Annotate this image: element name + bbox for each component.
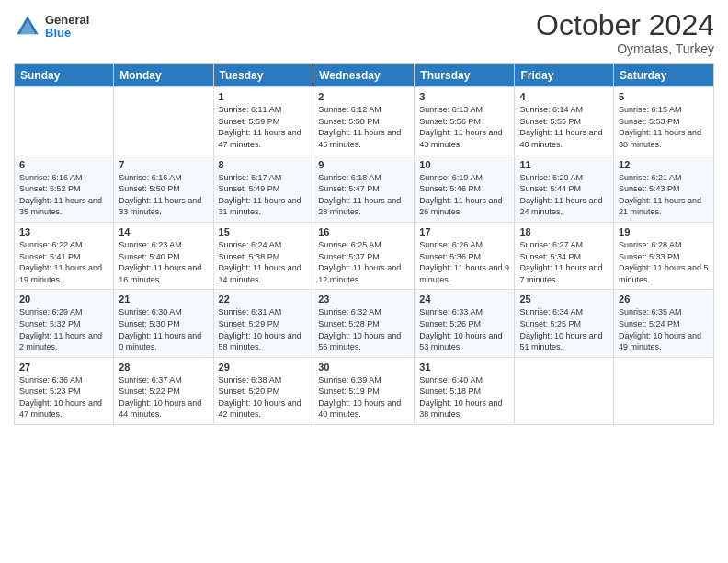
day-detail: Sunrise: 6:14 AMSunset: 5:55 PMDaylight:… [519, 104, 609, 150]
day-number: 10 [419, 159, 509, 170]
day-cell: 15Sunrise: 6:24 AMSunset: 5:38 PMDayligh… [213, 222, 313, 289]
day-cell: 27Sunrise: 6:36 AMSunset: 5:23 PMDayligh… [15, 357, 114, 424]
col-header-saturday: Saturday [614, 64, 714, 87]
day-detail: Sunrise: 6:24 AMSunset: 5:38 PMDaylight:… [219, 239, 309, 285]
day-detail: Sunrise: 6:15 AMSunset: 5:53 PMDaylight:… [619, 104, 709, 150]
day-cell: 18Sunrise: 6:27 AMSunset: 5:34 PMDayligh… [515, 222, 614, 289]
day-number: 18 [519, 226, 609, 237]
day-detail: Sunrise: 6:23 AMSunset: 5:40 PMDaylight:… [119, 239, 208, 285]
day-detail: Sunrise: 6:26 AMSunset: 5:36 PMDaylight:… [419, 239, 509, 285]
day-detail: Sunrise: 6:40 AMSunset: 5:18 PMDaylight:… [419, 374, 509, 420]
day-cell: 30Sunrise: 6:39 AMSunset: 5:19 PMDayligh… [313, 357, 415, 424]
day-cell: 10Sunrise: 6:19 AMSunset: 5:46 PMDayligh… [415, 155, 515, 222]
day-cell: 21Sunrise: 6:30 AMSunset: 5:30 PMDayligh… [114, 290, 213, 357]
logo-text: General Blue [45, 14, 89, 40]
day-detail: Sunrise: 6:18 AMSunset: 5:47 PMDaylight:… [318, 172, 409, 218]
logo-blue: Blue [45, 27, 89, 40]
day-cell [114, 87, 213, 155]
day-detail: Sunrise: 6:27 AMSunset: 5:34 PMDaylight:… [519, 239, 609, 285]
day-detail: Sunrise: 6:34 AMSunset: 5:25 PMDaylight:… [519, 306, 609, 352]
calendar-table: SundayMondayTuesdayWednesdayThursdayFrid… [14, 63, 714, 425]
day-cell: 29Sunrise: 6:38 AMSunset: 5:20 PMDayligh… [213, 357, 313, 424]
day-cell: 1Sunrise: 6:11 AMSunset: 5:59 PMDaylight… [213, 87, 313, 155]
day-cell: 14Sunrise: 6:23 AMSunset: 5:40 PMDayligh… [114, 222, 213, 289]
col-header-wednesday: Wednesday [313, 64, 415, 87]
day-detail: Sunrise: 6:17 AMSunset: 5:49 PMDaylight:… [219, 172, 309, 218]
day-detail: Sunrise: 6:30 AMSunset: 5:30 PMDaylight:… [119, 306, 208, 352]
day-cell: 19Sunrise: 6:28 AMSunset: 5:33 PMDayligh… [614, 222, 714, 289]
day-detail: Sunrise: 6:11 AMSunset: 5:59 PMDaylight:… [219, 104, 309, 150]
day-number: 24 [419, 293, 509, 304]
col-header-friday: Friday [515, 64, 614, 87]
logo-general: General [45, 14, 89, 27]
day-detail: Sunrise: 6:16 AMSunset: 5:50 PMDaylight:… [119, 172, 208, 218]
day-number: 22 [219, 293, 309, 304]
day-detail: Sunrise: 6:21 AMSunset: 5:43 PMDaylight:… [619, 172, 709, 218]
day-cell: 6Sunrise: 6:16 AMSunset: 5:52 PMDaylight… [15, 155, 114, 222]
day-cell: 24Sunrise: 6:33 AMSunset: 5:26 PMDayligh… [415, 290, 515, 357]
week-row-4: 20Sunrise: 6:29 AMSunset: 5:32 PMDayligh… [15, 290, 714, 357]
day-detail: Sunrise: 6:36 AMSunset: 5:23 PMDaylight:… [19, 374, 108, 420]
day-number: 7 [119, 159, 208, 170]
day-number: 6 [19, 159, 108, 170]
day-detail: Sunrise: 6:29 AMSunset: 5:32 PMDaylight:… [19, 306, 108, 352]
day-number: 27 [19, 362, 108, 373]
week-row-1: 1Sunrise: 6:11 AMSunset: 5:59 PMDaylight… [15, 87, 714, 155]
day-number: 9 [318, 159, 409, 170]
day-detail: Sunrise: 6:13 AMSunset: 5:56 PMDaylight:… [419, 104, 509, 150]
week-row-3: 13Sunrise: 6:22 AMSunset: 5:41 PMDayligh… [15, 222, 714, 289]
day-detail: Sunrise: 6:19 AMSunset: 5:46 PMDaylight:… [419, 172, 509, 218]
day-detail: Sunrise: 6:25 AMSunset: 5:37 PMDaylight:… [318, 239, 409, 285]
day-cell [15, 87, 114, 155]
week-row-5: 27Sunrise: 6:36 AMSunset: 5:23 PMDayligh… [15, 357, 714, 424]
day-number: 25 [519, 293, 609, 304]
day-number: 21 [119, 293, 208, 304]
day-cell: 4Sunrise: 6:14 AMSunset: 5:55 PMDaylight… [515, 87, 614, 155]
day-cell: 12Sunrise: 6:21 AMSunset: 5:43 PMDayligh… [614, 155, 714, 222]
col-header-monday: Monday [114, 64, 213, 87]
col-header-tuesday: Tuesday [213, 64, 313, 87]
title-block: October 2024 Oymatas, Turkey [536, 9, 714, 56]
col-header-sunday: Sunday [15, 64, 114, 87]
day-cell: 26Sunrise: 6:35 AMSunset: 5:24 PMDayligh… [614, 290, 714, 357]
day-number: 29 [219, 362, 309, 373]
day-cell: 31Sunrise: 6:40 AMSunset: 5:18 PMDayligh… [415, 357, 515, 424]
day-cell: 13Sunrise: 6:22 AMSunset: 5:41 PMDayligh… [15, 222, 114, 289]
day-number: 13 [19, 226, 108, 237]
week-row-2: 6Sunrise: 6:16 AMSunset: 5:52 PMDaylight… [15, 155, 714, 222]
logo: General Blue [14, 13, 89, 40]
day-number: 1 [219, 91, 309, 102]
day-number: 23 [318, 293, 409, 304]
day-number: 17 [419, 226, 509, 237]
day-number: 2 [318, 91, 409, 102]
day-detail: Sunrise: 6:31 AMSunset: 5:29 PMDaylight:… [219, 306, 309, 352]
day-number: 16 [318, 226, 409, 237]
day-detail: Sunrise: 6:20 AMSunset: 5:44 PMDaylight:… [519, 172, 609, 218]
day-number: 31 [419, 362, 509, 373]
day-detail: Sunrise: 6:16 AMSunset: 5:52 PMDaylight:… [19, 172, 108, 218]
day-cell: 8Sunrise: 6:17 AMSunset: 5:49 PMDaylight… [213, 155, 313, 222]
day-number: 28 [119, 362, 208, 373]
day-number: 15 [219, 226, 309, 237]
col-header-thursday: Thursday [415, 64, 515, 87]
day-detail: Sunrise: 6:37 AMSunset: 5:22 PMDaylight:… [119, 374, 208, 420]
day-cell: 11Sunrise: 6:20 AMSunset: 5:44 PMDayligh… [515, 155, 614, 222]
day-number: 8 [219, 159, 309, 170]
day-cell: 23Sunrise: 6:32 AMSunset: 5:28 PMDayligh… [313, 290, 415, 357]
day-cell: 7Sunrise: 6:16 AMSunset: 5:50 PMDaylight… [114, 155, 213, 222]
day-cell: 22Sunrise: 6:31 AMSunset: 5:29 PMDayligh… [213, 290, 313, 357]
day-cell: 16Sunrise: 6:25 AMSunset: 5:37 PMDayligh… [313, 222, 415, 289]
calendar-header-row: SundayMondayTuesdayWednesdayThursdayFrid… [15, 64, 714, 87]
header: General Blue October 2024 Oymatas, Turke… [14, 9, 714, 56]
day-cell [614, 357, 714, 424]
day-detail: Sunrise: 6:33 AMSunset: 5:26 PMDaylight:… [419, 306, 509, 352]
day-detail: Sunrise: 6:39 AMSunset: 5:19 PMDaylight:… [318, 374, 409, 420]
day-detail: Sunrise: 6:28 AMSunset: 5:33 PMDaylight:… [619, 239, 709, 285]
day-number: 19 [619, 226, 709, 237]
day-number: 5 [619, 91, 709, 102]
page: General Blue October 2024 Oymatas, Turke… [0, 0, 728, 563]
month-title: October 2024 [536, 9, 714, 41]
day-detail: Sunrise: 6:12 AMSunset: 5:58 PMDaylight:… [318, 104, 409, 150]
day-detail: Sunrise: 6:32 AMSunset: 5:28 PMDaylight:… [318, 306, 409, 352]
day-cell: 25Sunrise: 6:34 AMSunset: 5:25 PMDayligh… [515, 290, 614, 357]
